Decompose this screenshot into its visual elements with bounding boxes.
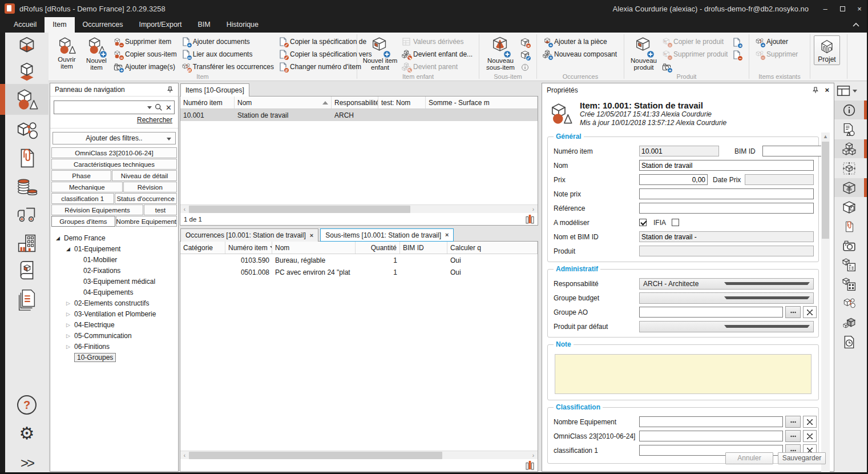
table-row[interactable]: 0103.590 Bureau, réglable 1 Oui [180,254,538,266]
numero-item-input[interactable] [639,146,719,156]
product-doc-add-button[interactable]: + [732,37,741,48]
tree-item-demo-france[interactable]: Demo France [50,232,178,243]
groupe-ao-input[interactable] [639,307,783,318]
sidebar-item-reports[interactable] [5,286,49,314]
scroll-left-icon[interactable]: ‹ [180,451,189,460]
omniclass-clear-button[interactable] [803,430,817,442]
view-occurrences[interactable] [834,178,864,197]
sidebar-item-attachments[interactable] [5,144,49,172]
filter-revision-equipements[interactable]: Révision Equipements [51,204,143,215]
tree-item-02-fixations[interactable]: 02-Fixations [50,265,178,276]
sidebar-item-help[interactable]: ? [5,391,49,419]
tree-item-02-elements-constructifs[interactable]: 02-Elements constructifs [50,298,178,308]
view-components[interactable] [834,294,864,312]
annuler-button[interactable]: Annuler [725,452,773,464]
tree-item-01-mobilier[interactable]: 01-Mobilier [50,254,178,265]
responsabilite-select[interactable]: ARCH - Architecte [639,278,814,290]
column-numero-item[interactable]: Numéro item [180,97,235,109]
tree-item-03-equipement-medical[interactable]: 03-Equipement médical [50,276,178,287]
supprimer-produit-button[interactable]: − Supprimer produit [662,49,728,60]
valeurs-derivees-button[interactable]: Valeurs dérivées [402,36,473,47]
close-tab-icon[interactable]: × [445,232,449,238]
sidebar-item-items[interactable] [5,85,49,113]
omniclass-browse-button[interactable] [785,430,801,442]
minimize-button[interactable]: – [817,0,834,17]
column-calculer[interactable]: Calculer q [447,242,538,254]
column-somme-surface[interactable]: Somme - Surface m [426,97,538,109]
expander-icon[interactable] [66,311,74,317]
reference-input[interactable] [639,203,814,214]
devient-enfant-de-button[interactable]: ↘ Devient enfant de... [402,49,473,60]
column-numero-item[interactable]: Numéro item [225,242,272,254]
sidebar-expand[interactable]: >> [5,449,49,474]
ouvrir-item-button[interactable]: Ouvrir item [52,34,82,70]
close-panel-icon[interactable]: × [825,86,829,94]
column-responsabilite[interactable]: Responsabilité [332,97,378,109]
nouvel-item-button[interactable]: Nouvel item [82,34,111,71]
copier-sous-item-button[interactable]: = Copier sous-item [114,49,177,60]
tab-accueil[interactable]: Accueil [6,17,45,33]
scrollbar-thumb[interactable] [189,206,410,213]
tab-import-export[interactable]: Import/Export [131,17,189,33]
add-product-image-button[interactable]: + [662,61,728,73]
tree-item-04-equipements[interactable]: 04-Equipements [50,287,178,298]
column-quantite[interactable]: Quantité [356,242,400,254]
remove-subitem-icon-button[interactable]: × [520,37,530,48]
view-info[interactable] [834,101,864,119]
scroll-right-icon[interactable]: › [529,205,538,214]
horizontal-scrollbar[interactable]: ‹ › [180,451,538,459]
scrollbar-thumb[interactable] [189,452,442,459]
expander-icon[interactable] [66,246,74,252]
devient-parent-button[interactable]: ↖ Devient parent [402,61,473,73]
horizontal-scrollbar[interactable]: ‹ › [180,204,538,213]
note-prix-input[interactable] [639,188,814,199]
nom-et-bim-id-input[interactable] [639,231,814,242]
view-classification[interactable] [834,255,864,274]
view-attachments[interactable] [834,217,864,236]
sidebar-item-catalog[interactable] [5,258,49,285]
chevron-down-icon[interactable] [147,106,152,109]
tree-item-05-communication[interactable]: 05-Communication [50,330,178,341]
filter-classification-1[interactable]: classification 1 [51,193,114,204]
filter-nombre-equipement[interactable]: Nombre Equipement [116,216,177,227]
expander-icon[interactable] [66,333,74,339]
view-sub-items[interactable] [834,139,864,158]
search-input[interactable] [56,103,144,111]
layout-selector[interactable] [837,84,857,98]
nouveau-composant-button[interactable]: + Nouveau composant [543,49,617,60]
sidebar-item-buildings[interactable] [5,230,49,257]
maximize-button[interactable] [834,0,851,17]
ajouter-images-button[interactable]: + Ajouter image(s) [114,61,177,73]
tab-bim[interactable]: BIM [190,17,219,33]
tree-item-04-electrique[interactable]: 04-Electrique [50,319,178,330]
prix-input[interactable] [639,174,708,185]
filter-revision[interactable]: Révision [123,182,177,192]
lier-aux-documents-button[interactable]: ∞ Lier aux documents [181,49,274,60]
expander-icon[interactable] [56,235,64,241]
view-placement[interactable] [834,159,864,178]
sidebar-item-settings[interactable]: ⚙ [5,420,49,447]
expander-icon[interactable] [66,300,74,306]
tab-item[interactable]: Item [45,17,74,33]
tree-item-03-ventilation[interactable]: 03-Ventilation et Plomberie [50,308,178,319]
items-existants-ajouter-button[interactable]: + Ajouter [755,36,798,47]
expander-icon[interactable] [66,344,74,350]
produit-par-defaut-select[interactable] [639,321,814,332]
edit-subitem-icon-button[interactable]: ✓ [520,49,530,61]
omniclass-input[interactable] [639,431,783,441]
sidebar-item-room-function[interactable] [5,59,49,86]
expander-icon[interactable] [66,322,74,328]
column-nom[interactable]: Nom [272,242,356,254]
tab-historique[interactable]: Historique [219,17,267,33]
view-history[interactable] [834,332,864,351]
tree-item-06-finitions[interactable]: 06-Finitions [50,341,178,352]
copier-le-produit-button[interactable]: = Copier le produit [662,36,728,47]
filter-omniclass[interactable]: OmniClass 23[2010-06-24] [51,147,177,158]
filter-niveau-detail[interactable]: Niveau de détail [112,170,177,181]
filter-caracteristiques[interactable]: Caractéristiques techniques [51,159,177,170]
pin-icon[interactable] [167,86,173,93]
supprimer-item-button[interactable]: − Supprimer item [114,36,177,47]
collapse-ribbon-icon[interactable] [852,17,860,33]
items-existants-supprimer-button[interactable]: − Supprimer [755,49,798,60]
sidebar-item-rooms[interactable] [5,34,49,61]
